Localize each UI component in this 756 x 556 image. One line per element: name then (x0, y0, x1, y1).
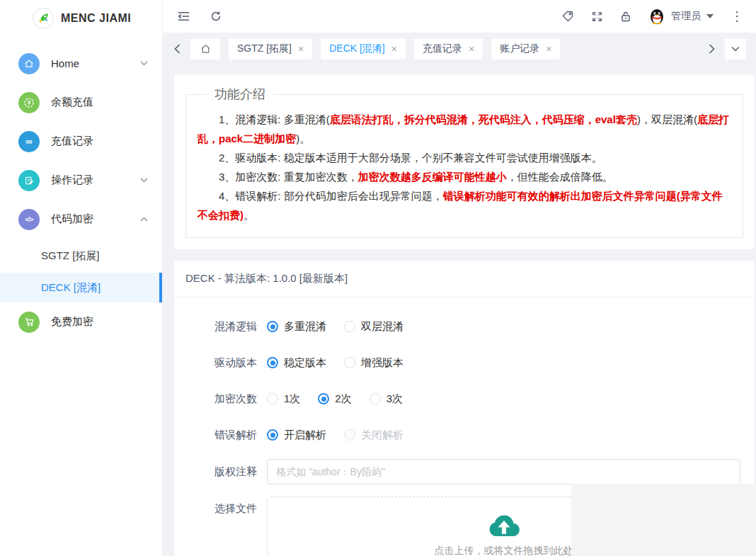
radio-icon[interactable] (267, 321, 278, 332)
cart-icon (18, 312, 40, 333)
overlay-rectangle (571, 484, 756, 556)
copyright-comment-input[interactable] (267, 459, 740, 484)
radio-option-label: 2次 (335, 392, 351, 406)
radio-option-enable-parsing[interactable]: 开启解析 (267, 429, 326, 442)
form-row-label: 混淆逻辑 (214, 320, 257, 334)
close-icon[interactable]: × (391, 44, 397, 54)
intro-text-segment: 底层语法打乱，拆分代码混淆，死代码注入，代码压缩，eval套壳 (330, 113, 637, 125)
sidebar-item-home[interactable]: Home (0, 44, 162, 83)
cloud-upload-icon (488, 514, 520, 538)
radio-icon[interactable] (318, 393, 329, 404)
radio-option-multi-obfuscate[interactable]: 多重混淆 (267, 320, 326, 334)
lock-icon[interactable] (620, 11, 631, 23)
radio-icon[interactable] (344, 357, 355, 368)
upload-hint-text: 点击上传，或将文件拖拽到此处 (435, 545, 573, 556)
sidebar-item-label: 操作记录 (51, 174, 140, 187)
intro-fieldset: 功能介绍 1、混淆逻辑: 多重混淆(底层语法打乱，拆分代码混淆，死代码注入，代码… (185, 86, 743, 238)
user-menu[interactable]: 管理员 (648, 8, 714, 25)
app-window: MENC JIAMI Home (0, 0, 756, 556)
radio-option-label: 1次 (284, 392, 300, 406)
intro-line-2: 2、驱动版本: 稳定版本适用于大部分场景，个别不兼容文件可尝试使用增强版本。 (197, 148, 731, 167)
form-row-driver-version: 驱动版本 稳定版本 增强版本 (214, 351, 740, 375)
main-area: 管理员 ⋮ SGTZ [拓展] × DECK [混淆] × (163, 0, 756, 556)
close-icon[interactable]: × (469, 44, 474, 54)
document-edit-icon (18, 170, 40, 191)
chevron-down-icon (140, 61, 148, 66)
more-options-icon[interactable]: ⋮ (731, 10, 743, 23)
sidebar-item-code-encrypt[interactable]: </> 代码加密 (0, 200, 162, 239)
radio-icon[interactable] (267, 357, 278, 368)
tab-label: 账户记录 (500, 42, 539, 55)
tab-strip: SGTZ [拓展] × DECK [混淆] × 充值记录 × 账户记录 × (163, 33, 756, 64)
yen-coin-icon (18, 92, 40, 113)
user-name: 管理员 (671, 10, 701, 23)
topbar: 管理员 ⋮ (163, 0, 756, 33)
radio-option-enhanced-version[interactable]: 增强版本 (344, 356, 403, 370)
tab-label: DECK [混淆] (329, 42, 385, 55)
radio-option-label: 关闭解析 (361, 429, 403, 442)
intro-card: 功能介绍 1、混淆逻辑: 多重混淆(底层语法打乱，拆分代码混淆，死代码注入，代码… (174, 74, 755, 249)
radio-option-label: 3次 (386, 392, 403, 406)
radio-option-label: 双层混淆 (361, 320, 403, 334)
intro-text-segment: 1、混淆逻辑: 多重混淆( (219, 113, 330, 125)
intro-text-segment: 4、错误解析: 部分代码加密后会出现异常问题， (219, 190, 443, 202)
form-row-error-parsing: 错误解析 开启解析 关闭解析 (214, 423, 740, 447)
refresh-icon[interactable] (210, 11, 222, 22)
sidebar-subitem-label: DECK [混淆] (41, 281, 101, 295)
intro-text-segment: )，双层混淆( (637, 113, 697, 125)
tab-home[interactable] (190, 38, 220, 59)
radio-option-double-obfuscate[interactable]: 双层混淆 (344, 320, 403, 334)
rocket-logo-icon (33, 8, 54, 29)
caret-down-icon (706, 14, 714, 18)
radio-option-stable-version[interactable]: 稳定版本 (267, 356, 326, 370)
radio-option-label: 多重混淆 (284, 320, 326, 334)
logo-text: MENC JIAMI (61, 12, 131, 25)
sidebar-subitem-label: SGTZ [拓展] (41, 249, 100, 263)
tag-icon[interactable] (561, 10, 574, 23)
sidebar-item-free-encrypt[interactable]: 免费加密 (0, 302, 162, 341)
intro-legend: 功能介绍 (207, 86, 273, 103)
sidebar-item-label: 免费加密 (51, 315, 162, 329)
radio-icon[interactable] (370, 393, 381, 404)
intro-text-segment: 3、加密次数: 重复加密次数， (219, 171, 358, 183)
form-card-title: DECK - 算法版本: 1.0.0 [最新版本] (174, 261, 755, 297)
intro-text-segment: )。 (296, 132, 310, 144)
tab-deck[interactable]: DECK [混淆] × (321, 38, 406, 59)
form-row-label: 错误解析 (214, 429, 257, 442)
radio-icon[interactable] (344, 321, 355, 332)
chevron-down-icon (140, 178, 148, 183)
radio-option-disable-parsing: 关闭解析 (344, 429, 403, 442)
form-row-label: 加密次数 (214, 392, 257, 406)
tabs-dropdown-icon[interactable] (725, 38, 746, 59)
intro-text-segment: ，但性能会成倍降低。 (507, 171, 613, 183)
radio-icon[interactable] (267, 429, 278, 441)
sidebar-subitem-deck[interactable]: DECK [混淆] (0, 273, 162, 302)
radio-icon[interactable] (267, 393, 278, 404)
sidebar-item-recharge-records[interactable]: ∞ 充值记录 (0, 122, 162, 161)
tab-label: SGTZ [拓展] (237, 42, 292, 55)
fullscreen-icon[interactable] (591, 11, 603, 23)
collapse-sidebar-icon[interactable] (177, 11, 190, 22)
tab-account-records[interactable]: 账户记录 × (491, 38, 560, 59)
sidebar-subitem-sgtz[interactable]: SGTZ [拓展] (0, 239, 162, 273)
tabs-scroll-right-icon[interactable] (709, 44, 715, 54)
intro-text-segment: 2、驱动版本: 稳定版本适用于大部分场景，个别不兼容文件可尝试使用增强版本。 (219, 152, 602, 164)
tab-sgtz[interactable]: SGTZ [拓展] × (229, 38, 312, 59)
radio-option-label: 增强版本 (361, 356, 403, 370)
form-row-encrypt-times: 加密次数 1次 2次 3次 (214, 387, 740, 411)
tab-recharge-records[interactable]: 充值记录 × (414, 38, 483, 59)
sidebar-item-operation-records[interactable]: 操作记录 (0, 161, 162, 200)
close-icon[interactable]: × (546, 44, 551, 54)
sidebar-item-label: 余额充值 (51, 96, 162, 109)
code-icon: </> (18, 209, 40, 230)
tabs-scroll-left-icon[interactable] (174, 44, 181, 54)
radio-option-2-times[interactable]: 2次 (318, 392, 351, 406)
radio-option-3-times[interactable]: 3次 (370, 392, 403, 406)
infinity-icon: ∞ (18, 131, 40, 152)
intro-line-3: 3、加密次数: 重复加密次数，加密次数越多反编译可能性越小，但性能会成倍降低。 (197, 167, 731, 186)
intro-text-segment: 加密次数越多反编译可能性越小 (358, 171, 507, 183)
sidebar-item-balance-recharge[interactable]: 余额充值 (0, 83, 162, 122)
radio-option-1-time[interactable]: 1次 (267, 392, 300, 406)
chevron-up-icon (140, 217, 148, 222)
close-icon[interactable]: × (298, 44, 304, 54)
